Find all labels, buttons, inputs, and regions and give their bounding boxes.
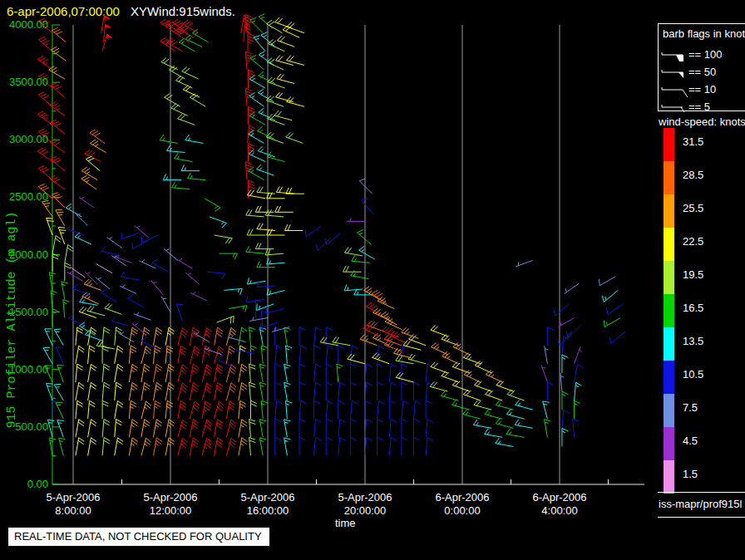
wind-barb — [190, 327, 198, 346]
wind-barb — [286, 400, 293, 419]
legend-left-divider — [658, 23, 659, 111]
wind-barb — [52, 253, 58, 272]
wind-barb — [562, 355, 568, 373]
wind-barb — [275, 206, 294, 212]
wind-barb — [115, 382, 122, 400]
wind-barb — [261, 400, 268, 419]
wind-barb — [129, 364, 137, 382]
wind-barb — [442, 351, 459, 363]
full-barb-icon — [683, 90, 688, 97]
wind-barb — [229, 306, 247, 312]
quality-warning-banner: REAL-TIME DATA, NOT CHECKED FOR QUALITY — [8, 528, 269, 546]
colorbar-segment — [664, 460, 674, 494]
wind-barb — [408, 354, 426, 364]
wind-barb — [202, 365, 212, 382]
wind-barb — [299, 400, 307, 419]
wind-barb — [426, 382, 433, 400]
wind-barb — [403, 341, 421, 351]
wind-barb — [351, 270, 369, 278]
wind-barb — [432, 342, 448, 354]
wind-barb — [228, 335, 245, 341]
wind-barb — [202, 438, 212, 455]
wind-barb — [246, 246, 264, 253]
wind-barb — [154, 420, 162, 438]
wind-barb — [337, 364, 343, 382]
wind-barb — [267, 258, 285, 265]
wind-barb — [316, 238, 331, 251]
wind-barb — [496, 419, 513, 429]
wind-barb — [226, 383, 236, 400]
y-tick-label: 4000.00 — [0, 19, 48, 31]
colorbar-segment — [664, 294, 674, 327]
wind-barb — [573, 419, 580, 437]
wind-barb — [76, 400, 83, 419]
wind-barb — [76, 346, 84, 364]
wind-barb — [359, 246, 375, 259]
wind-barb — [249, 75, 265, 88]
wind-barb — [575, 364, 583, 382]
wind-barb — [102, 327, 110, 346]
wind-barb — [115, 327, 122, 346]
wind-barb — [452, 381, 470, 391]
y-tick-label: 0.00 — [0, 479, 48, 490]
wind-barb — [215, 401, 224, 419]
wind-barb — [104, 24, 106, 42]
wind-barb — [96, 264, 112, 273]
wind-barb — [47, 383, 53, 400]
x-tick-time: 16:00:00 — [214, 504, 322, 518]
wind-barb — [76, 438, 84, 456]
wind-barb — [543, 401, 550, 419]
wind-barb — [377, 297, 394, 308]
wind-barb — [141, 382, 150, 400]
wind-barb — [165, 327, 175, 346]
wind-barb — [179, 38, 195, 52]
wind-barb — [141, 420, 150, 438]
wind-barbs-layer — [37, 14, 625, 456]
wind-barb — [486, 390, 503, 400]
wind-barb — [414, 419, 420, 437]
wind-barb — [506, 429, 525, 437]
wind-barb — [377, 400, 385, 419]
wind-barb — [56, 209, 65, 226]
wind-barb — [69, 314, 86, 326]
wind-barb — [82, 292, 99, 304]
wind-barb — [249, 144, 254, 162]
wind-barb — [338, 419, 346, 437]
wind-barb — [475, 361, 491, 373]
wind-barb — [88, 420, 96, 438]
wind-barb — [284, 382, 291, 400]
wind-barb — [516, 400, 533, 410]
wind-barb — [278, 36, 295, 47]
wind-barb — [299, 382, 305, 400]
wind-barb — [372, 353, 390, 364]
wind-barb — [107, 237, 122, 248]
wind-barb — [515, 420, 533, 429]
wind-barb — [56, 402, 63, 419]
wind-barb — [350, 364, 356, 382]
wind-barb — [59, 438, 66, 455]
wind-barb — [338, 438, 346, 456]
wind-barb — [286, 346, 293, 364]
wind-barb — [333, 336, 351, 345]
wind-barb — [402, 419, 407, 437]
wind-barb — [249, 419, 256, 437]
wind-barb — [85, 330, 102, 341]
wind-barb — [259, 71, 275, 83]
wind-barb — [202, 346, 210, 364]
wind-barb — [190, 346, 200, 364]
wind-barb — [129, 420, 137, 438]
wind-barb — [161, 58, 178, 70]
wind-barb — [442, 371, 459, 382]
wind-barb — [485, 429, 503, 437]
source-top-divider — [658, 492, 745, 493]
wind-barb — [249, 438, 256, 456]
wind-barb — [50, 102, 65, 116]
wind-barb — [267, 152, 284, 162]
source-bottom-divider — [658, 517, 745, 518]
wind-barb — [326, 382, 332, 400]
wind-barb — [267, 193, 285, 199]
wind-barb — [275, 17, 293, 28]
wind-barb — [516, 260, 533, 267]
wind-barb — [165, 346, 173, 364]
wind-barb — [96, 340, 115, 349]
